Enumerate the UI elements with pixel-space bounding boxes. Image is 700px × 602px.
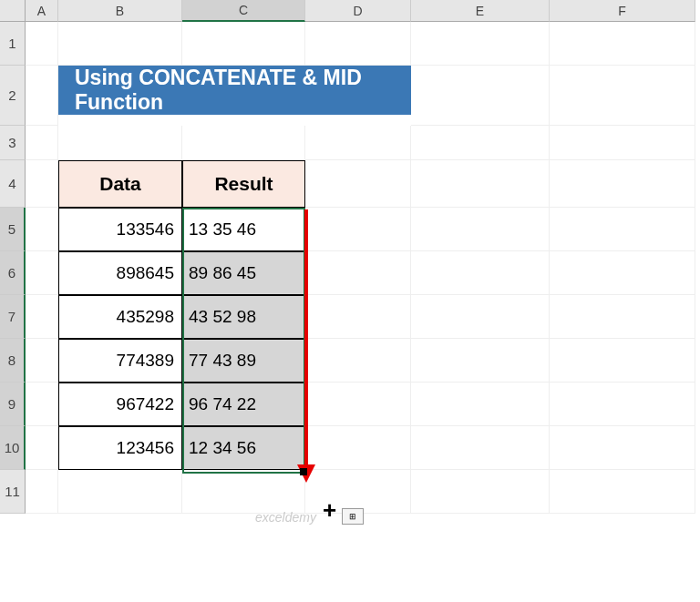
cell-E1[interactable] [411,22,550,66]
autofill-options-button[interactable]: ⊞ [342,508,364,525]
cell-C10[interactable]: 12 34 56 [182,426,305,470]
cell-F2[interactable] [550,66,695,126]
col-header-F[interactable]: F [550,0,695,22]
cell-D5[interactable] [305,208,411,251]
cell-D6[interactable] [305,251,411,295]
row-header-7[interactable]: 7 [0,295,26,339]
col-header-C[interactable]: C [182,0,305,22]
cell-C6[interactable]: 89 86 45 [182,251,305,295]
cell-C5[interactable]: 13 35 46 [182,208,305,251]
cell-F10[interactable] [550,426,695,470]
cell-C7[interactable]: 43 52 98 [182,295,305,339]
cell-C9[interactable]: 96 74 22 [182,383,305,426]
cell-A1[interactable] [26,22,58,66]
cell-A11[interactable] [26,470,58,514]
col-header-E[interactable]: E [411,0,550,22]
cell-D4[interactable] [305,160,411,208]
row-header-4[interactable]: 4 [0,160,26,208]
title-banner: Using CONCATENATE & MID Function [58,66,411,115]
cell-A7[interactable] [26,295,58,339]
row-header-6[interactable]: 6 [0,251,26,295]
cell-E9[interactable] [411,383,550,426]
row-header-10[interactable]: 10 [0,426,26,470]
cell-B9[interactable]: 967422 [58,383,182,426]
select-all-corner[interactable] [0,0,26,22]
cell-B8[interactable]: 774389 [58,339,182,383]
cell-E3[interactable] [411,126,550,160]
cell-E7[interactable] [411,295,550,339]
fill-cursor-icon: + [323,496,336,525]
cell-B11[interactable] [58,470,182,514]
cell-E10[interactable] [411,426,550,470]
cell-E5[interactable] [411,208,550,251]
col-header-D[interactable]: D [305,0,411,22]
cell-B1[interactable] [58,22,182,66]
cell-C11[interactable] [182,470,305,514]
watermark-text: exceldemy [255,510,316,525]
cell-A2[interactable] [26,66,58,126]
cell-F3[interactable] [550,126,695,160]
row-header-1[interactable]: 1 [0,22,26,66]
annotation-arrow-line [304,209,308,472]
cell-A4[interactable] [26,160,58,208]
cell-E11[interactable] [411,470,550,514]
col-header-B[interactable]: B [58,0,182,22]
cell-B6[interactable]: 898645 [58,251,182,295]
cell-D3[interactable] [305,126,411,160]
col-header-A[interactable]: A [26,0,58,22]
cell-A8[interactable] [26,339,58,383]
row-header-9[interactable]: 9 [0,383,26,426]
cell-F9[interactable] [550,383,695,426]
spreadsheet-grid: A B C D E F 1 2 3 4 5 6 7 8 9 10 11 Usin… [0,0,700,557]
header-result[interactable]: Result [182,160,305,208]
cell-F4[interactable] [550,160,695,208]
cell-E4[interactable] [411,160,550,208]
cell-F11[interactable] [550,470,695,514]
cell-A3[interactable] [26,126,58,160]
cell-B5[interactable]: 133546 [58,208,182,251]
header-data[interactable]: Data [58,160,182,208]
cell-F6[interactable] [550,251,695,295]
cell-A5[interactable] [26,208,58,251]
cell-A6[interactable] [26,251,58,295]
cell-D1[interactable] [305,22,411,66]
cell-F5[interactable] [550,208,695,251]
cell-D11[interactable] [305,470,411,514]
fill-handle[interactable] [300,468,307,475]
cell-D10[interactable] [305,426,411,470]
cell-D7[interactable] [305,295,411,339]
cell-E6[interactable] [411,251,550,295]
row-header-3[interactable]: 3 [0,126,26,160]
cell-F8[interactable] [550,339,695,383]
cell-E8[interactable] [411,339,550,383]
cell-C3[interactable] [182,126,305,160]
cell-B7[interactable]: 435298 [58,295,182,339]
row-header-5[interactable]: 5 [0,208,26,251]
cell-A9[interactable] [26,383,58,426]
row-header-8[interactable]: 8 [0,339,26,383]
cell-C8[interactable]: 77 43 89 [182,339,305,383]
cell-B10[interactable]: 123456 [58,426,182,470]
row-header-2[interactable]: 2 [0,66,26,126]
cell-D9[interactable] [305,383,411,426]
cell-D8[interactable] [305,339,411,383]
cell-C1[interactable] [182,22,305,66]
row-header-11[interactable]: 11 [0,470,26,514]
cell-F7[interactable] [550,295,695,339]
cell-F1[interactable] [550,22,695,66]
cell-A10[interactable] [26,426,58,470]
cell-E2[interactable] [411,66,550,126]
cell-B3[interactable] [58,126,182,160]
